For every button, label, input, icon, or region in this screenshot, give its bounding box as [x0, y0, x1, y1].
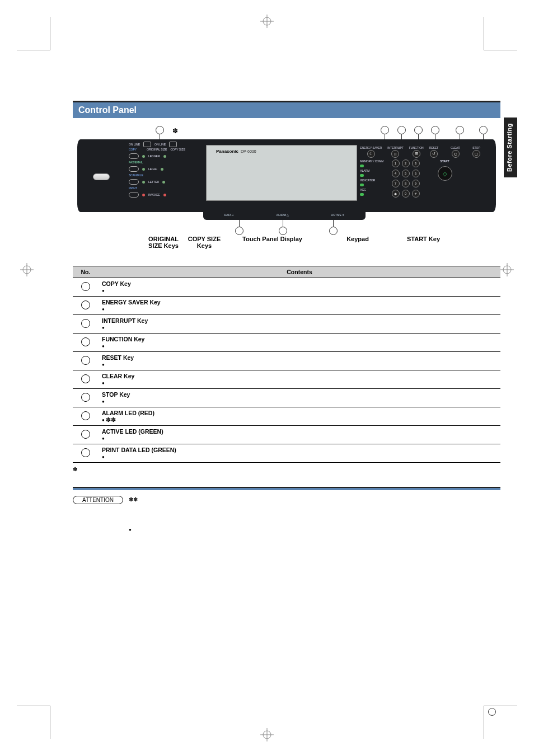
start-key-icon: ◇ — [438, 166, 452, 181]
key-name: FUNCTION Key — [102, 336, 497, 342]
row-contents-cell: ENERGY SAVER Key — [99, 297, 500, 315]
control-panel-figure: ✽ ON LINE — [73, 118, 500, 260]
callout-marker — [156, 126, 164, 134]
key-name: PRINT DATA LED (GREEN) — [102, 447, 497, 453]
front-led-strip: DATA ⇣ ALARM △ ACTIVE ✶ — [203, 210, 366, 220]
page-title: Control Panel — [73, 101, 500, 118]
row-number-cell — [73, 389, 99, 407]
row-number-cell — [73, 370, 99, 389]
row-number-circle-icon — [81, 374, 90, 383]
led-icon — [360, 174, 364, 177]
row-number-cell — [73, 278, 99, 297]
label: CLEAR — [451, 146, 460, 149]
key-description — [102, 287, 497, 294]
attention-block: ATTENTION — [73, 496, 500, 533]
callout-marker — [414, 126, 423, 134]
callout-marker — [456, 126, 464, 134]
key-description — [102, 342, 497, 349]
interrupt-key-icon: ⏸ — [391, 150, 399, 158]
keypad-key: 0 — [402, 190, 410, 198]
row-number-circle-icon — [81, 300, 90, 309]
led-icon — [360, 184, 364, 186]
callout-label: ORIGINAL SIZE Keys — [142, 236, 185, 249]
page: Before Starting Control Panel ✽ — [0, 0, 534, 756]
attention-label: ATTENTION — [73, 496, 123, 504]
row-contents-cell: CLEAR Key — [99, 370, 500, 389]
table-row: FUNCTION Key — [73, 334, 500, 352]
table-row: STOP Key — [73, 389, 500, 407]
key-name: ALARM LED (RED) — [102, 410, 497, 416]
table-header-contents: Contents — [99, 266, 500, 278]
registration-mark-icon — [260, 728, 274, 741]
power-switch-icon — [93, 173, 110, 180]
online-indicators: ON LINE ON LINE — [129, 142, 177, 147]
row-contents-cell: INTERRUPT Key — [99, 315, 500, 334]
attention-see-ref — [129, 496, 138, 503]
registration-mark-icon — [20, 263, 34, 276]
row-number-circle-icon — [81, 282, 90, 291]
callout-marker — [381, 126, 389, 134]
label: ON LINE — [129, 143, 140, 146]
label: INVOICE — [148, 194, 160, 196]
table-row: RESET Key — [73, 352, 500, 370]
keypad-key: 1 — [392, 159, 400, 167]
callout-label: COPY SIZE Keys — [185, 236, 223, 249]
active-led-icon: ✶ — [342, 213, 344, 217]
clear-key-icon: C — [452, 150, 460, 158]
callout-marker — [329, 227, 338, 235]
mode-key-icon — [129, 192, 139, 198]
footnote — [73, 466, 500, 472]
callout-label: Keypad — [321, 236, 394, 249]
label: MEMORY / COMM — [360, 159, 383, 163]
row-number-cell — [73, 407, 99, 426]
callout-marker — [235, 227, 243, 235]
mode-key-icon — [129, 153, 139, 159]
row-contents-cell: ALARM LED (RED) ✽✽ — [99, 407, 500, 426]
label: INDICATOR — [360, 179, 383, 182]
row-number-circle-icon — [81, 319, 90, 328]
status-led-column: MEMORY / COMM ALARM INDICATOR ACC — [360, 159, 383, 198]
table-row: CLEAR Key — [73, 370, 500, 389]
label: FAX/EMAIL — [129, 161, 143, 164]
row-number-cell — [73, 334, 99, 352]
keypad-key: 6 — [412, 170, 420, 177]
key-name: ENERGY SAVER Key — [102, 299, 497, 306]
table-row: ALARM LED (RED) ✽✽ — [73, 407, 500, 426]
keypad-key: # — [412, 190, 420, 198]
row-number-circle-icon — [81, 448, 90, 457]
label: RESET — [429, 146, 439, 149]
callout-line — [283, 220, 283, 227]
table-row: ACTIVE LED (GREEN) — [73, 426, 500, 444]
label: ON LINE — [154, 143, 166, 146]
callout-label: START Key — [394, 236, 453, 249]
table-row: PRINT DATA LED (GREEN) — [73, 444, 500, 463]
key-name: INTERRUPT Key — [102, 317, 497, 324]
crop-mark — [17, 17, 50, 50]
keypad-key: 5 — [402, 170, 410, 177]
row-contents-cell: STOP Key — [99, 389, 500, 407]
key-definitions-table: No. Contents COPY KeyENERGY SAVER KeyINT… — [73, 266, 500, 463]
footnote-double-star-icon: ✽✽ — [106, 416, 116, 423]
content-area: Control Panel ✽ — [73, 101, 500, 533]
label: LEGAL — [148, 168, 157, 171]
right-keys-cluster: ENERGY SAVER☾ INTERRUPT⏸ FUNCTION☰ RESET… — [360, 146, 480, 198]
led-icon — [360, 193, 364, 196]
row-contents-cell: RESET Key — [99, 352, 500, 370]
crop-mark — [484, 17, 517, 50]
mode-key-icon — [129, 179, 139, 185]
keypad-key: 2 — [402, 159, 410, 167]
led-icon — [142, 168, 145, 171]
keypad-key: ✱ — [392, 190, 400, 198]
table-header-no: No. — [73, 266, 99, 278]
key-description — [102, 453, 497, 460]
label: SCAN/FILE — [129, 174, 143, 177]
label: ACC — [360, 188, 383, 191]
label: ACTIVE — [331, 213, 341, 217]
led-icon — [360, 165, 364, 167]
alarm-led-icon: △ — [287, 213, 289, 217]
label: FUNCTION — [409, 146, 424, 149]
keypad-key: 3 — [412, 159, 420, 167]
reset-key-icon: ↺ — [430, 150, 438, 158]
numeric-keypad: 1 2 3 4 5 6 7 8 9 ✱ 0 # — [392, 159, 420, 198]
led-icon — [162, 181, 165, 184]
